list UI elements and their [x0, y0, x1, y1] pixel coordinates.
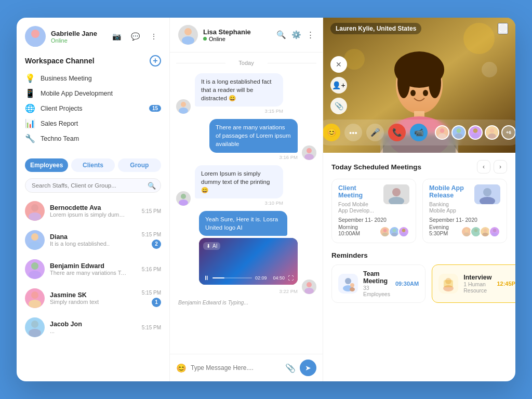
more-icon[interactable]: ⋮	[147, 29, 161, 44]
svg-point-50	[393, 229, 396, 232]
contact-meta-diana: 5:15 PM 2	[142, 232, 161, 249]
reminder-sub-1: 33 Employees	[363, 285, 390, 297]
contact-name-jasmine: Jasmine SK	[50, 291, 137, 299]
reminder-icon-2	[438, 274, 458, 294]
tab-employees[interactable]: Employees	[25, 158, 68, 172]
svg-point-20	[307, 282, 312, 287]
play-button[interactable]: ⏸	[203, 274, 209, 282]
contact-item-bernocdette[interactable]: Bernocdette Ava Lorem ipsum is simply du…	[21, 197, 165, 225]
video-person-name: Lauren Kylie, United States	[330, 23, 421, 34]
contact-meta-jacob: 5:15 PM	[142, 325, 161, 330]
prev-meeting-button[interactable]: ‹	[477, 160, 490, 174]
send-button[interactable]: ➤	[300, 360, 316, 376]
msg-time-2: 3:16 PM	[209, 154, 298, 160]
contact-name-bernocdette: Bernocdette Ava	[50, 204, 137, 211]
contact-item-diana[interactable]: Diana It is a long established.. 5:15 PM…	[21, 226, 165, 254]
reminder-cards: Team Meeting 33 Employees 09:30AM	[331, 264, 507, 303]
channel-item-mobile[interactable]: 📱 Mobile App Development	[25, 86, 161, 101]
contact-preview-jacob: ...	[50, 328, 128, 334]
svg-point-64	[491, 233, 497, 236]
video-controls: ⏸ 02:09 04:50 ⛶	[203, 274, 294, 282]
contacts-list: Bernocdette Ava Lorem ipsum is simply du…	[17, 197, 169, 381]
client-badge: 15	[149, 105, 161, 112]
svg-point-21	[304, 288, 314, 294]
contact-meta-bernocdette: 5:15 PM	[142, 208, 161, 214]
chat-settings-icon[interactable]: ⚙️	[291, 30, 301, 39]
meeting-card-2[interactable]: Mobile App Release Banking Mobile App Se…	[422, 179, 507, 243]
reminder-time-1: 09:30AM	[395, 281, 419, 287]
end-call-button[interactable]: 📞	[388, 124, 406, 141]
msg-time-3: 3:10 PM	[195, 200, 283, 206]
contact-item-jacob[interactable]: Jacob Jon ... 5:15 PM	[21, 313, 165, 341]
expand-video-icon[interactable]: ⛶	[288, 275, 294, 281]
svg-point-58	[463, 233, 469, 236]
camera-button[interactable]: 📹	[410, 124, 428, 141]
svg-point-53	[401, 233, 406, 236]
user-status: Online	[51, 37, 104, 44]
channel-icon-client: 🌐	[25, 103, 35, 113]
svg-point-46	[392, 188, 401, 196]
contact-item-benjamin[interactable]: Benjamin Edward There are many variation…	[21, 255, 165, 283]
chat-more-icon[interactable]: ⋮	[307, 30, 314, 39]
message-icon[interactable]: 💬	[128, 29, 142, 44]
contact-item-jasmine[interactable]: Jasmine SK Simply random text 5:15 PM 1	[21, 284, 165, 312]
reminder-card-1[interactable]: Team Meeting 33 Employees 09:30AM	[331, 264, 425, 303]
right-panel: Lauren Kylie, United States ⛶ ✕ 👤+ 📎 😊 •…	[323, 18, 515, 381]
bubble-2: There are many variations of passages of…	[209, 119, 298, 152]
meeting-card-1[interactable]: Client Meeting Food Mobile App Develop..…	[331, 179, 416, 243]
attachment-button[interactable]: 📎	[330, 98, 347, 114]
svg-point-61	[484, 229, 487, 232]
tab-group[interactable]: Group	[118, 158, 161, 172]
reminder-card-2[interactable]: Interview 1 Human Resource 12:45PM	[432, 264, 515, 303]
next-meeting-button[interactable]: ›	[494, 160, 507, 174]
channel-icon-mobile: 📱	[25, 88, 35, 98]
video-icon[interactable]: 📷	[109, 29, 124, 44]
chat-input-area: 😊 📎 ➤	[170, 354, 323, 381]
expand-video-button[interactable]: ⛶	[498, 23, 508, 34]
channel-label-sales: Sales Report	[41, 120, 78, 127]
tab-clients[interactable]: Clients	[71, 158, 114, 172]
contact-info-benjamin: Benjamin Edward There are many variation…	[50, 262, 137, 276]
svg-point-57	[465, 229, 469, 232]
emoji-icon[interactable]: 😊	[176, 363, 187, 373]
chat-input[interactable]	[191, 364, 281, 371]
mic-button[interactable]: 🎤	[366, 124, 384, 141]
user-info: Gabrielle Jane Online	[51, 30, 104, 44]
channel-label-client: Client Projects	[41, 105, 83, 112]
channel-item-techno[interactable]: 🔧 Techno Team	[25, 131, 161, 146]
meeting-2-participants	[461, 226, 500, 237]
msg-avatar-3	[176, 191, 191, 206]
reminders-section: Reminders Team Meeting 33	[323, 248, 515, 381]
chat-actions: 🔍 ⚙️ ⋮	[276, 30, 314, 39]
reminder-icon-1	[338, 274, 358, 294]
channel-item-client[interactable]: 🌐 Client Projects 15	[25, 101, 161, 116]
channel-item-sales[interactable]: 📊 Sales Report	[25, 116, 161, 131]
emoji-call-button[interactable]: 😊	[323, 124, 340, 141]
typing-indicator: Benjamin Edward is Typing...	[176, 299, 316, 305]
meeting-2-title: Mobile App Release	[429, 184, 466, 199]
chat-search-icon[interactable]: 🔍	[276, 30, 286, 39]
bubble-3: Lorem Ipsum is simply dummy text of the …	[195, 165, 283, 198]
svg-point-0	[31, 30, 39, 38]
add-participant-button[interactable]: 👤+	[330, 77, 347, 94]
add-channel-button[interactable]: +	[150, 55, 161, 66]
contact-meta-benjamin: 5:16 PM	[142, 267, 161, 272]
reminder-title-2: Interview	[463, 274, 491, 281]
search-input[interactable]	[25, 178, 161, 193]
msg-avatar-4	[302, 280, 316, 294]
svg-point-15	[179, 108, 188, 114]
svg-point-55	[483, 188, 491, 196]
close-call-button[interactable]: ✕	[330, 56, 347, 73]
channel-label-mobile: Mobile App Development	[41, 90, 113, 97]
svg-point-65	[345, 278, 351, 284]
meetings-section: Today Scheduled Meetings ‹ › Client Meet…	[323, 153, 515, 248]
channel-item-business[interactable]: 💡 Business Meeting	[25, 71, 161, 86]
more-participants-badge: +6	[501, 125, 515, 140]
attachment-icon[interactable]: 📎	[285, 363, 296, 373]
svg-point-17	[304, 154, 314, 160]
meeting-2-img	[474, 184, 500, 204]
more-options-button[interactable]: •••	[344, 124, 362, 141]
svg-point-13	[182, 36, 194, 45]
workspace-section: Workspace Channel + 💡 Business Meeting 📱…	[17, 53, 169, 154]
meeting-1-participants	[379, 226, 409, 237]
